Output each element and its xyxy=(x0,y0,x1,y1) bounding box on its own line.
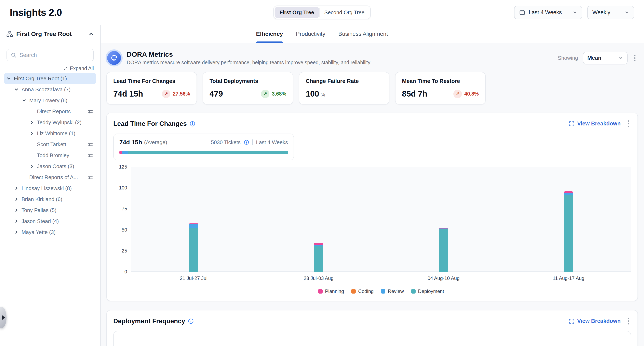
calendar-icon xyxy=(519,10,525,15)
toggle-first-org-tree[interactable]: First Org Tree xyxy=(275,7,319,18)
chevron-right-icon[interactable] xyxy=(29,120,35,125)
bar-column xyxy=(381,167,506,272)
stacked-bar[interactable] xyxy=(314,243,323,272)
stacked-bar[interactable] xyxy=(189,223,198,272)
legend-label: Review xyxy=(388,288,404,294)
y-axis-label: 125 xyxy=(119,164,127,170)
top-bar-controls: Last 4 Weeks Weekly xyxy=(514,6,634,19)
granularity-dropdown[interactable]: Weekly xyxy=(587,6,634,19)
legend-item-coding[interactable]: Coding xyxy=(351,288,374,294)
tab-efficiency[interactable]: Efficiency xyxy=(256,25,283,43)
info-icon[interactable] xyxy=(244,140,249,145)
expand-all-icon xyxy=(63,66,68,71)
tab-productivity[interactable]: Productivity xyxy=(296,25,326,43)
tree-item[interactable]: Liz Whittome (1) xyxy=(4,128,96,139)
y-axis: 0255075100125 xyxy=(113,167,131,272)
info-icon[interactable] xyxy=(190,121,195,127)
dora-kebab-menu[interactable] xyxy=(632,53,637,63)
tree-item[interactable]: Lindsay Liszewski (8) xyxy=(4,183,96,194)
filters-icon[interactable] xyxy=(88,142,93,147)
tree-item-label: Maya Yette (3) xyxy=(22,229,56,235)
collapse-panel-chevron-up-icon[interactable] xyxy=(88,31,94,37)
expand-corners-icon xyxy=(569,318,574,324)
metric-card-delta: ↗3.68% xyxy=(261,90,286,98)
chevron-right-icon[interactable] xyxy=(14,186,20,191)
chevron-down-icon[interactable] xyxy=(6,76,12,81)
view-breakdown-link[interactable]: View Breakdown xyxy=(569,318,621,324)
filters-icon[interactable] xyxy=(88,109,93,114)
expand-all-row: Expand All xyxy=(6,65,94,71)
trend-up-arrow-icon: ↗ xyxy=(162,90,170,98)
tree-item[interactable]: Direct Reports ... xyxy=(4,106,96,117)
tree-item-label: Mary Lowery (6) xyxy=(29,97,68,104)
metric-card: Change Failure Rate100% xyxy=(299,72,390,104)
summary-bar-segment-deployment xyxy=(128,151,288,154)
expand-all-label: Expand All xyxy=(70,65,94,71)
metric-card: Total Deployments479↗3.68% xyxy=(202,72,293,104)
legend-item-review[interactable]: Review xyxy=(381,288,404,294)
date-range-value: Last 4 Weeks xyxy=(529,9,562,16)
tree-item[interactable]: Jason Coats (3) xyxy=(4,161,96,172)
tree-item-label: Liz Whittome (1) xyxy=(37,130,75,137)
metric-card-title: Change Failure Rate xyxy=(306,78,382,84)
filters-icon[interactable] xyxy=(88,153,93,158)
tree-item[interactable]: Anna Scozzafava (7) xyxy=(4,84,96,95)
app-title: Insights 2.0 xyxy=(10,7,62,18)
view-breakdown-link[interactable]: View Breakdown xyxy=(569,121,621,127)
stacked-bar[interactable] xyxy=(564,191,573,272)
metric-card-value: 479 xyxy=(210,89,223,98)
legend-item-deployment[interactable]: Deployment xyxy=(411,288,444,294)
tree-item[interactable]: Mary Lowery (6) xyxy=(4,95,96,106)
search-input[interactable] xyxy=(20,52,89,58)
tree-item[interactable]: Brian Kirkland (6) xyxy=(4,194,96,205)
average-suffix: (Average) xyxy=(144,139,167,145)
tree-item[interactable]: Maya Yette (3) xyxy=(4,227,96,238)
plot-area xyxy=(131,167,631,272)
expand-all-link[interactable]: Expand All xyxy=(63,65,94,71)
lead-time-kebab-menu[interactable] xyxy=(626,119,631,129)
tree-item[interactable]: Direct Reports of A... xyxy=(4,172,96,183)
tree-item[interactable]: Teddy Wylupski (2) xyxy=(4,117,96,128)
date-range-dropdown[interactable]: Last 4 Weeks xyxy=(514,6,582,19)
metric-card-value: 85d 7h xyxy=(402,89,427,98)
tree-item-label: Teddy Wylupski (2) xyxy=(37,119,82,126)
chevron-right-icon[interactable] xyxy=(14,197,20,202)
info-icon[interactable] xyxy=(188,318,194,324)
tree-item[interactable]: Todd Bromley xyxy=(4,150,96,161)
chevron-down-icon xyxy=(618,56,623,60)
tree-item[interactable]: Tony Pallas (5) xyxy=(4,205,96,216)
legend-label: Coding xyxy=(358,288,374,294)
chevron-down-icon[interactable] xyxy=(21,98,27,103)
bar-segment-deployment xyxy=(314,246,323,272)
toggle-second-org-tree[interactable]: Second Org Tree xyxy=(319,7,369,18)
chevron-right-icon[interactable] xyxy=(14,208,20,213)
deployment-kebab-menu[interactable] xyxy=(626,316,631,326)
sidebar-search[interactable] xyxy=(6,49,94,61)
tree-item[interactable]: Scott Tarkett xyxy=(4,139,96,150)
stacked-bar[interactable] xyxy=(439,228,448,272)
tab-business-alignment[interactable]: Business Alignment xyxy=(338,25,388,43)
legend-color-chip xyxy=(411,289,416,294)
sidebar-title: First Org Tree Root xyxy=(16,31,85,37)
y-axis-label: 25 xyxy=(122,248,127,254)
chevron-right-icon[interactable] xyxy=(29,164,35,169)
chevron-right-icon[interactable] xyxy=(29,131,35,136)
tree-item[interactable]: First Org Tree Root (1) xyxy=(4,73,96,84)
filters-icon[interactable] xyxy=(88,175,93,180)
legend-item-planning[interactable]: Planning xyxy=(318,288,344,294)
chevron-right-icon[interactable] xyxy=(14,219,20,224)
tickets-count: 5030 Tickets xyxy=(211,139,240,145)
tree-item-label: Brian Kirkland (6) xyxy=(22,196,62,203)
tree-item[interactable]: Jason Stead (4) xyxy=(4,216,96,227)
chevron-right-icon[interactable] xyxy=(14,230,20,235)
chevron-down-icon[interactable] xyxy=(14,87,20,92)
metric-card-value: 74d 15h xyxy=(113,89,143,98)
dora-cycle-icon xyxy=(107,51,121,65)
tabs-bar: Efficiency Productivity Business Alignme… xyxy=(101,25,644,43)
legend-color-chip xyxy=(381,289,385,294)
insights-app: Insights 2.0 First Org Tree Second Org T… xyxy=(0,0,644,346)
bar-column xyxy=(506,167,631,272)
sidebar-header: First Org Tree Root xyxy=(0,25,100,43)
phase-summary-bar xyxy=(120,151,288,154)
showing-mean-dropdown[interactable]: Mean xyxy=(583,52,628,64)
